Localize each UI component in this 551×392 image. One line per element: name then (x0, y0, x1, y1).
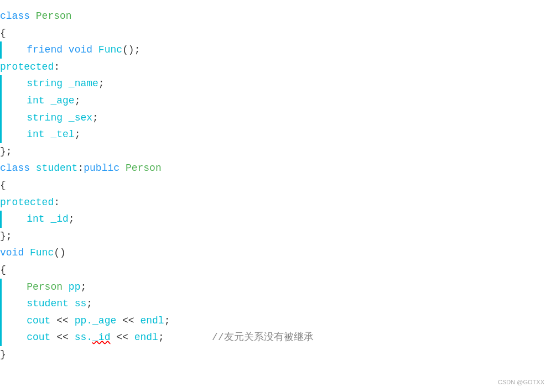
var-id: _id (50, 213, 68, 224)
type-string-1: string (3, 78, 69, 89)
semi-3: ; (92, 112, 98, 123)
indent-bar (0, 109, 2, 127)
code-line-7: string _sex; (0, 109, 551, 127)
brace-open-2: { (0, 177, 6, 194)
code-line-3: friend void Func(); (0, 41, 551, 59)
cout-2: cout (3, 332, 56, 343)
kw-friend: friend (3, 44, 69, 55)
type-int-2: int (3, 129, 50, 140)
code-line-20: cout << ss._id << endl; //友元关系没有被继承 (0, 329, 551, 346)
class-student: student (36, 160, 78, 177)
op-3: << (56, 332, 74, 343)
brace-open: { (0, 25, 6, 42)
code-line-5: string _name; (0, 75, 551, 92)
code-line-21: } (0, 346, 551, 363)
colon-1: : (54, 59, 60, 76)
var-ss-id: _id (92, 332, 110, 343)
indent-bar (0, 75, 2, 92)
semi-9: ; (158, 332, 164, 343)
line-content: cout << ss._id << endl; //友元关系没有被继承 (3, 329, 314, 346)
line-content: int _tel; (3, 126, 80, 143)
type-string-2: string (3, 112, 69, 123)
cout-1: cout (3, 315, 56, 326)
type-int-3: int (3, 213, 50, 224)
line-content: Person pp; (3, 279, 86, 296)
code-line-18: student ss; (0, 295, 551, 312)
indent-bar (0, 211, 2, 228)
semi-2: ; (75, 95, 81, 106)
code-line-15: void Func() (0, 244, 551, 262)
indent-bar (0, 279, 2, 296)
close-brace-1: }; (0, 143, 12, 160)
code-line-2: { (0, 25, 551, 42)
indent-bar (0, 312, 2, 330)
op-4: << (110, 332, 134, 343)
semi-7: ; (86, 298, 92, 309)
semi-6: ; (80, 281, 86, 292)
indent-bar (0, 329, 2, 346)
var-ss-prefix: ss. (75, 332, 92, 343)
class-person-var: Person (3, 281, 69, 292)
func-func-2: Func (30, 244, 54, 262)
comment-1: //友元关系没有被继承 (164, 332, 314, 343)
indent-bar (0, 41, 2, 59)
brace-open-3: { (0, 262, 6, 279)
kw-void: void (69, 44, 98, 55)
colon-2: : (54, 194, 60, 211)
code-line-6: int _age; (0, 92, 551, 109)
code-line-17: Person pp; (0, 279, 551, 296)
kw-class-2: class (0, 160, 36, 177)
colon-inherit: : (77, 160, 84, 177)
close-brace-final: } (0, 346, 6, 363)
kw-protected-1: protected (0, 59, 54, 76)
class-person-ref: Person (126, 160, 162, 177)
code-line-12: protected: (0, 194, 551, 211)
code-block: class Person { friend void Func(); prote… (0, 6, 551, 365)
op-1: << (56, 315, 74, 326)
code-line-13: int _id; (0, 211, 551, 228)
watermark: CSDN @GOTXX (498, 377, 544, 388)
line-content: string _name; (3, 75, 105, 92)
close-brace-2: }; (0, 228, 12, 245)
var-pp: pp (69, 281, 81, 292)
parens: (); (122, 44, 140, 55)
indent-bar (0, 126, 2, 143)
var-ss: ss (75, 298, 87, 309)
code-line-1: class Person (0, 8, 551, 25)
func-func: Func (98, 44, 122, 55)
op-2: << (116, 315, 140, 326)
kw-protected-2: protected (0, 194, 54, 211)
class-student-var: student (3, 298, 75, 309)
class-person: Person (36, 8, 72, 25)
line-content: cout << pp._age << endl; (3, 312, 170, 330)
semi-5: ; (69, 213, 75, 224)
semi-8: ; (164, 315, 170, 326)
kw-void-2: void (0, 244, 30, 262)
code-line-10: class student:public Person (0, 160, 551, 177)
code-line-14: }; (0, 228, 551, 245)
line-content: int _id; (3, 211, 75, 228)
var-name: _name (69, 78, 98, 89)
code-line-9: }; (0, 143, 551, 160)
keyword-class: class (0, 8, 36, 25)
line-content: friend void Func(); (3, 41, 140, 59)
code-line-8: int _tel; (0, 126, 551, 143)
endl-1: endl (140, 315, 164, 326)
type-int-1: int (3, 95, 50, 106)
var-tel: _tel (50, 129, 74, 140)
parens-2: () (54, 244, 66, 262)
semi-1: ; (98, 78, 105, 89)
line-content: string _sex; (3, 109, 98, 127)
indent-bar (0, 295, 2, 312)
line-content: student ss; (3, 295, 92, 312)
var-age: _age (50, 95, 74, 106)
var-pp-age: pp._age (75, 315, 117, 326)
code-line-4: protected: (0, 59, 551, 76)
endl-2: endl (134, 332, 158, 343)
code-line-16: { (0, 262, 551, 279)
code-line-11: { (0, 177, 551, 194)
semi-4: ; (75, 129, 81, 140)
kw-public: public (84, 160, 126, 177)
var-sex: _sex (69, 112, 92, 123)
code-line-19: cout << pp._age << endl; (0, 312, 551, 330)
